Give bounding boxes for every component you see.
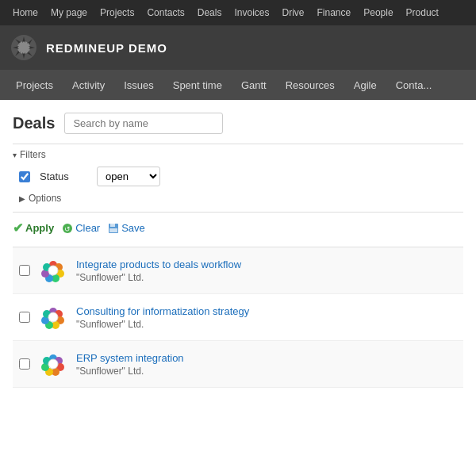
top-nav-mypage[interactable]: My page	[44, 7, 94, 18]
sec-nav-spenttime[interactable]: Spent time	[163, 70, 232, 100]
sec-nav-projects[interactable]: Projects	[6, 70, 63, 100]
deals-list: Integrate products to deals workflow "Su…	[13, 247, 463, 388]
sec-nav-agile[interactable]: Agile	[344, 70, 386, 100]
top-nav-people[interactable]: People	[357, 7, 399, 18]
search-input[interactable]	[64, 113, 223, 134]
top-nav-product[interactable]: Product	[400, 7, 445, 18]
save-label: Save	[121, 222, 145, 234]
deal-info-2: Consulting for informatization strategy …	[76, 305, 249, 330]
filters-toggle[interactable]: ▾ Filters	[13, 149, 463, 160]
save-icon	[108, 223, 119, 234]
svg-rect-5	[110, 224, 115, 227]
deal-company-1: "Sunflower" Ltd.	[76, 272, 241, 283]
status-select[interactable]: open closed all	[97, 167, 160, 186]
top-nav-projects[interactable]: Projects	[94, 7, 140, 18]
top-nav-invoices[interactable]: Invoices	[228, 7, 275, 18]
deal-checkbox-2[interactable]	[19, 312, 30, 323]
deal-icon-1	[38, 255, 68, 285]
sec-nav-gantt[interactable]: Gantt	[232, 70, 276, 100]
deal-company-2: "Sunflower" Ltd.	[76, 319, 249, 330]
top-nav-home[interactable]: Home	[6, 7, 44, 18]
sec-nav-issues[interactable]: Issues	[114, 70, 163, 100]
filters-label: Filters	[20, 149, 46, 160]
deal-checkbox-3[interactable]	[19, 358, 30, 370]
sec-nav-contacts[interactable]: Conta...	[386, 70, 442, 100]
chevron-right-icon: ▶	[19, 194, 25, 203]
logo-bar: REDMINEUP DEMO	[0, 25, 476, 70]
chevron-down-icon: ▾	[13, 151, 17, 159]
svg-text:↺: ↺	[64, 224, 71, 232]
svg-point-1	[17, 41, 30, 54]
status-checkbox[interactable]	[19, 171, 30, 182]
options-toggle[interactable]: ▶ Options	[13, 193, 463, 204]
top-nav-deals[interactable]: Deals	[191, 7, 228, 18]
svg-point-30	[48, 359, 58, 369]
clear-label: Clear	[75, 222, 100, 234]
options-label: Options	[29, 193, 61, 204]
check-icon: ✔	[13, 220, 23, 236]
save-button[interactable]: Save	[108, 222, 145, 234]
deal-info-3: ERP system integration "Sunflower" Ltd.	[76, 352, 184, 377]
deal-icon-2	[38, 302, 68, 332]
svg-point-22	[48, 312, 58, 322]
logo-icon	[10, 33, 38, 62]
status-label: Status	[40, 170, 87, 182]
page-title: Deals	[13, 114, 55, 132]
logo-text: REDMINEUP DEMO	[46, 41, 167, 55]
filter-row-status: Status open closed all	[13, 167, 463, 186]
clear-button[interactable]: ↺ Clear	[62, 222, 100, 234]
sec-nav-resources[interactable]: Resources	[276, 70, 344, 100]
top-nav-finance[interactable]: Finance	[311, 7, 358, 18]
deal-name-1[interactable]: Integrate products to deals workflow	[76, 259, 241, 270]
deal-company-3: "Sunflower" Ltd.	[76, 366, 184, 377]
top-nav: Home My page Projects Contacts Deals Inv…	[0, 0, 476, 25]
deal-icon-3	[38, 349, 68, 379]
svg-rect-6	[109, 228, 117, 232]
top-nav-drive[interactable]: Drive	[275, 7, 310, 18]
sec-nav: Projects Activity Issues Spent time Gant…	[0, 70, 476, 100]
clear-icon: ↺	[62, 223, 73, 234]
deal-name-3[interactable]: ERP system integration	[76, 352, 184, 364]
top-nav-contacts[interactable]: Contacts	[140, 7, 190, 18]
table-row: ERP system integration "Sunflower" Ltd.	[13, 341, 463, 388]
main-content: Deals ▾ Filters Status open closed all ▶…	[0, 100, 476, 400]
deal-name-2[interactable]: Consulting for informatization strategy	[76, 305, 249, 317]
apply-label: Apply	[25, 222, 54, 234]
svg-point-14	[48, 266, 58, 275]
deals-header: Deals	[13, 113, 463, 134]
apply-button[interactable]: ✔ Apply	[13, 220, 54, 236]
sec-nav-activity[interactable]: Activity	[63, 70, 114, 100]
action-bar: ✔ Apply ↺ Clear Save	[13, 212, 463, 236]
deal-checkbox-1[interactable]	[19, 265, 30, 276]
table-row: Integrate products to deals workflow "Su…	[13, 247, 463, 294]
filters-section: ▾ Filters Status open closed all ▶ Optio…	[13, 144, 463, 204]
deal-info-1: Integrate products to deals workflow "Su…	[76, 259, 241, 283]
table-row: Consulting for informatization strategy …	[13, 294, 463, 341]
